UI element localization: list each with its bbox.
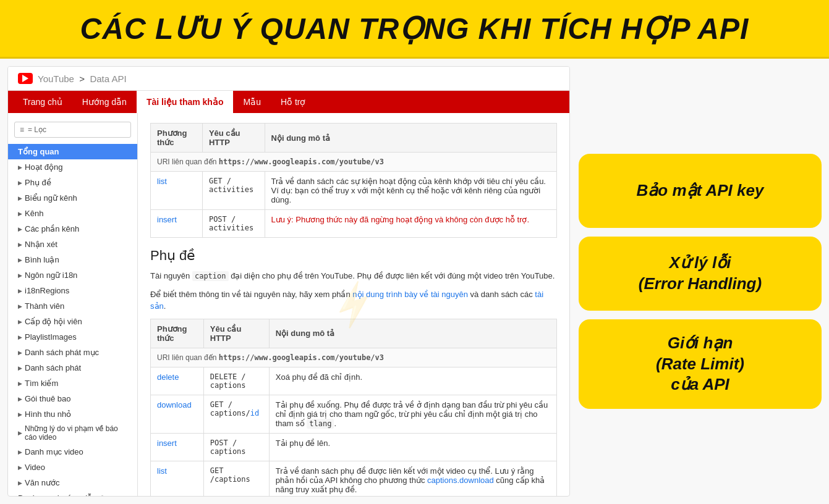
table-row: list GET /captions Trả về danh sách phụ … — [151, 461, 557, 496]
table-row: download GET /captions/id Tải phụ đề xuố… — [151, 395, 557, 433]
http-get-captions-id: GET /captions/id — [203, 395, 269, 433]
sidebar-item-watermarks[interactable]: ▶ Văn nước — [8, 475, 137, 490]
activities-uri-text: URI liên quan đến https://www.googleapis… — [151, 153, 557, 172]
sidebar-item-guide-categories[interactable]: Danh mục hướng dẫn ⊙ — [8, 490, 137, 496]
sidebar-item-channel-banner[interactable]: ▶ Biểu ngữ kênh — [8, 190, 137, 206]
sidebar-playlist-images-label: PlaylistImages — [25, 332, 77, 342]
table-row: delete DELETE /captions Xoá phụ đề đã ch… — [151, 367, 557, 395]
sidebar-item-channel-sections[interactable]: ▶ Các phần kênh — [8, 221, 137, 237]
nav-reference[interactable]: Tài liệu tham khảo — [137, 91, 234, 113]
sidebar-search-label: Tìm kiếm — [25, 379, 58, 388]
sidebar-item-search[interactable]: ▶ Tìm kiếm — [8, 376, 137, 391]
sidebar-members-label: Thành viên — [25, 301, 64, 311]
captions-id-link[interactable]: id — [250, 409, 259, 418]
arrow-icon: ▶ — [18, 396, 22, 402]
sidebar-item-abuse-reports[interactable]: ▶ Những lý do vi phạm về báo cáo video — [8, 422, 137, 444]
captions-desc2: Để biết thêm thông tin về tài nguyên này… — [150, 288, 557, 313]
captions-uri-text: URI liên quan đến https://www.googleapis… — [151, 348, 557, 367]
sidebar-activities-label: Hoạt động — [25, 162, 63, 172]
col-method: Phương thức — [151, 124, 203, 153]
method-download[interactable]: download — [151, 395, 204, 433]
arrow-icon: ▶ — [18, 464, 22, 471]
callout-rate-limit: Giới hạn (Rate Limit) của API — [579, 319, 822, 409]
sidebar-item-comments[interactable]: ▶ Nhận xét — [8, 237, 137, 252]
sidebar-item-member-level[interactable]: ▶ Cấp độ hội viên — [8, 314, 137, 329]
sidebar-abuse-reports-label: Những lý do vi phạm về báo cáo video — [25, 424, 127, 442]
sidebar-item-thumbnails[interactable]: ▶ Hình thu nhỏ — [8, 406, 137, 422]
doc-content: ⚡ Phương thức Yêu cầu HTTP Nội dung mô t… — [138, 113, 569, 496]
sidebar-item-overview[interactable]: Tổng quan — [8, 144, 137, 159]
http-get-activities: GET /activities — [202, 172, 265, 210]
method-list[interactable]: list — [151, 172, 203, 210]
sidebar-guide-categories-label: Danh mục hướng dẫn ⊙ — [18, 494, 106, 496]
method-insert[interactable]: insert — [151, 210, 203, 238]
sidebar-i18n-lang-label: Ngôn ngữ i18n — [25, 271, 77, 280]
link-resource-desc[interactable]: nội dung trình bày về tài nguyên — [352, 290, 468, 299]
sidebar-item-videos[interactable]: ▶ Video — [8, 460, 137, 475]
sidebar-member-level-label: Cấp độ hội viên — [25, 317, 82, 326]
nav-home[interactable]: Trang chủ — [13, 91, 72, 113]
nav-bar: Trang chủ Hướng dẫn Tài liệu tham khảo M… — [8, 91, 569, 113]
sidebar-item-captions[interactable]: ▶ Phụ đề — [8, 175, 137, 190]
captions-uri-bold: https://www.googleapis.com/youtube/v3 — [219, 353, 384, 362]
sidebar-item-video-categories[interactable]: ▶ Danh mục video — [8, 444, 137, 460]
sidebar-videos-label: Video — [25, 463, 45, 472]
sidebar-video-categories-label: Danh mục video — [25, 447, 83, 456]
sidebar-channel-sections-label: Các phần kênh — [25, 224, 79, 233]
nav-guide[interactable]: Hướng dẫn — [72, 91, 137, 113]
sidebar-item-activities[interactable]: ▶ Hoạt động — [8, 159, 137, 175]
sidebar-item-channel[interactable]: ▶ Kênh — [8, 206, 137, 221]
captions-title: Phụ đề — [150, 248, 557, 264]
sidebar-item-i18n-lang[interactable]: ▶ Ngôn ngữ i18n — [8, 267, 137, 283]
captions-desc1: Tài nguyên caption đại diện cho phụ đề t… — [150, 270, 557, 282]
callout-error-handling-label: Xử lý lỗi (Error Handling) — [639, 253, 762, 295]
sidebar-item-playlist-items[interactable]: ▶ Danh sách phát mục — [8, 345, 137, 360]
activities-table: Phương thức Yêu cầu HTTP Nội dung mô tả … — [150, 123, 557, 238]
sidebar-subscriptions-label: Gói thuê bao — [25, 394, 70, 403]
http-post-activities: POST /activities — [202, 210, 265, 238]
arrow-icon: ▶ — [18, 272, 22, 279]
col-method-cap: Phương thức — [151, 319, 204, 348]
arrow-icon: ▶ — [18, 449, 22, 455]
breadcrumb-text: YouTube > Data API — [38, 74, 127, 84]
sidebar-item-playlists[interactable]: ▶ Danh sách phát — [8, 360, 137, 376]
desc-list-captions: Trả về danh sách phụ đề được liên kết vớ… — [269, 461, 556, 496]
sidebar-item-members[interactable]: ▶ Thành viên — [8, 298, 137, 314]
sidebar-thumbnails-label: Hình thu nhỏ — [25, 410, 71, 419]
sidebar-comments-label: Nhận xét — [25, 240, 57, 249]
desc-list-activities: Trả về danh sách các sự kiện hoạt động c… — [265, 172, 556, 210]
sidebar-item-comment-threads[interactable]: ▶ Bình luận — [8, 252, 137, 267]
sidebar-item-i18nregions[interactable]: ▶ i18nRegions — [8, 283, 137, 298]
arrow-icon: ▶ — [18, 211, 22, 217]
arrow-icon: ▶ — [18, 288, 22, 294]
nav-sample[interactable]: Mẫu — [233, 91, 270, 113]
activities-uri-row: URI liên quan đến https://www.googleapis… — [151, 153, 557, 172]
link-properties[interactable]: tài sản — [150, 290, 543, 311]
callout-error-handling: Xử lý lỗi (Error Handling) — [579, 237, 822, 311]
captions-download-link[interactable]: captions.download — [427, 476, 494, 485]
sidebar-item-playlist-images[interactable]: ▶ PlaylistImages — [8, 329, 137, 345]
table-row: insert POST /activities Lưu ý: Phương th… — [151, 210, 557, 238]
sidebar-filter[interactable]: ≡ = Lọc — [14, 122, 131, 138]
sidebar-playlist-items-label: Danh sách phát mục — [25, 348, 99, 357]
method-insert-cap[interactable]: insert — [151, 433, 204, 461]
nav-support[interactable]: Hỗ trợ — [271, 91, 316, 113]
sidebar-item-subscriptions[interactable]: ▶ Gói thuê bao — [8, 391, 137, 406]
sidebar-watermarks-label: Văn nước — [25, 478, 59, 487]
table-row: insert POST /captions Tải phụ đề lên. — [151, 433, 557, 461]
method-delete[interactable]: delete — [151, 367, 204, 395]
method-list-cap[interactable]: list — [151, 461, 204, 496]
http-delete-captions: DELETE /captions — [203, 367, 269, 395]
arrow-icon: ▶ — [18, 242, 22, 248]
arrow-icon: ▶ — [18, 226, 22, 232]
arrow-icon: ▶ — [18, 380, 22, 387]
arrow-icon: ▶ — [18, 164, 22, 170]
right-panel: Bảo mật API key Xử lý lỗi (Error Handlin… — [579, 66, 822, 497]
breadcrumb: YouTube > Data API — [8, 67, 569, 91]
captions-uri-row: URI liên quan đến https://www.googleapis… — [151, 348, 557, 367]
http-get-captions: GET /captions — [203, 461, 269, 496]
filter-label: = Lọc — [28, 125, 46, 134]
arrow-icon: ▶ — [18, 180, 22, 186]
sidebar-overview-label: Tổng quan — [18, 147, 59, 156]
desc-insert-captions: Tải phụ đề lên. — [269, 433, 556, 461]
